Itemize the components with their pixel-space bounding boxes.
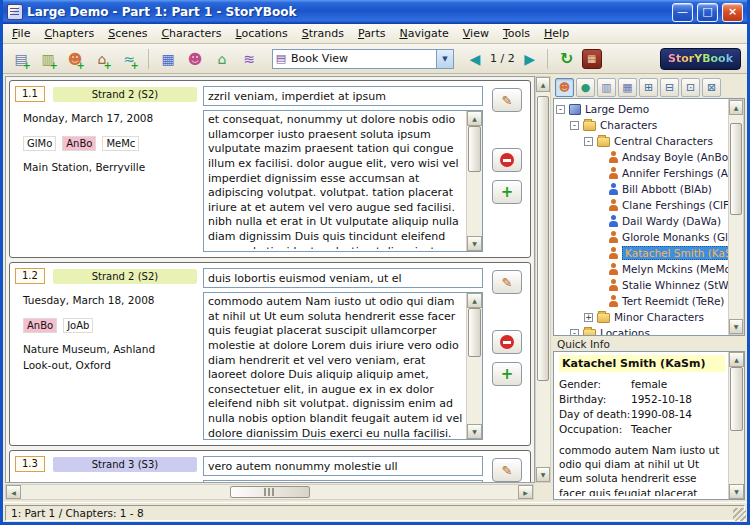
manage-strands-icon[interactable]: ≋: [237, 47, 261, 71]
collapse-icon[interactable]: -: [570, 121, 579, 130]
quick-info-scrollbar[interactable]: ▲ ▼: [728, 352, 744, 499]
scrollbar-thumb[interactable]: [468, 308, 481, 357]
scrollbar-track[interactable]: [467, 126, 482, 236]
scrollbar-track[interactable]: [467, 308, 482, 424]
grid-plus-icon[interactable]: ⊞: [639, 78, 658, 97]
task-list-icon[interactable]: ▦: [582, 49, 602, 69]
scrollbar-thumb[interactable]: [730, 123, 742, 215]
globe-icon[interactable]: ●: [576, 78, 595, 97]
menu-tools[interactable]: Tools: [496, 24, 537, 43]
menu-strands[interactable]: Strands: [295, 24, 351, 43]
scroll-right-button[interactable]: ▶: [518, 485, 533, 499]
view-select[interactable]: ▤ Book View ▼: [272, 49, 454, 69]
menu-locations[interactable]: Locations: [228, 24, 294, 43]
scene-text-area[interactable]: commodo autem Nam iusto ut odio qui diam…: [203, 292, 483, 440]
scroll-down-button[interactable]: ▼: [536, 467, 550, 482]
scene-text-area[interactable]: [203, 480, 483, 483]
resize-grip[interactable]: [733, 508, 746, 521]
minimize-button[interactable]: —: [672, 3, 693, 22]
scene-title-input[interactable]: zzril veniam, imperdiet at ipsum: [203, 86, 483, 106]
tree-item-character[interactable]: Andsay Boyle (AnBo): [554, 149, 728, 165]
chart-icon[interactable]: ▥: [597, 78, 616, 97]
menu-chapters[interactable]: Chapters: [37, 24, 101, 43]
grid-dot-icon[interactable]: ⊡: [681, 78, 700, 97]
tree-item-character[interactable]: Tert Reemidt (TeRe): [554, 293, 728, 309]
scrollbar-thumb[interactable]: [730, 367, 743, 431]
delete-scene-button[interactable]: [492, 330, 522, 354]
menu-help[interactable]: Help: [537, 24, 576, 43]
grid-minus-icon[interactable]: ⊟: [660, 78, 679, 97]
tree-item-characters[interactable]: - Characters: [554, 117, 728, 133]
tree-scrollbar[interactable]: ▲ ▼: [728, 99, 744, 335]
tree-item-character[interactable]: Melyn Mckins (MeMc): [554, 261, 728, 277]
close-button[interactable]: ×: [722, 3, 743, 22]
scroll-down-button[interactable]: ▼: [467, 236, 482, 251]
scroll-down-button[interactable]: ▼: [729, 319, 743, 334]
new-strand-icon[interactable]: ≈: [117, 47, 141, 71]
tree-item-character[interactable]: Stalie Whinnez (StWh): [554, 277, 728, 293]
menu-navigate[interactable]: Navigate: [392, 24, 455, 43]
scroll-down-button[interactable]: ▼: [729, 484, 744, 499]
scrollbar-track[interactable]: [729, 367, 744, 484]
manage-chapters-icon[interactable]: ▦: [156, 47, 180, 71]
collapse-icon[interactable]: -: [556, 105, 565, 114]
tree-item-project[interactable]: - Large Demo: [554, 101, 728, 117]
new-scene-icon[interactable]: ▥: [36, 47, 60, 71]
scrollbar-thumb[interactable]: [537, 96, 549, 381]
scroll-left-button[interactable]: ◀: [6, 485, 21, 499]
tree-item-character[interactable]: Annifer Fershings (AnFe): [554, 165, 728, 181]
tree-item-character[interactable]: Clane Fershings (ClFe): [554, 197, 728, 213]
manage-locations-icon[interactable]: ⌂: [210, 47, 234, 71]
scrollbar-thumb[interactable]: [468, 126, 481, 172]
menu-file[interactable]: File: [5, 24, 37, 43]
strands-view-icon[interactable]: ▦: [618, 78, 637, 97]
tree-item-character[interactable]: Glorole Monanks (GlMo): [554, 229, 728, 245]
scene-list-scrollbar[interactable]: ▲ ▼: [535, 76, 551, 483]
tree-item-minor-characters[interactable]: + Minor Characters: [554, 309, 728, 325]
maximize-button[interactable]: □: [697, 3, 718, 22]
delete-scene-button[interactable]: [492, 148, 522, 172]
add-scene-button[interactable]: +: [492, 180, 522, 204]
scroll-up-button[interactable]: ▲: [536, 77, 550, 92]
expand-icon[interactable]: +: [584, 313, 593, 322]
menu-view[interactable]: View: [456, 24, 496, 43]
add-scene-button[interactable]: +: [492, 362, 522, 386]
new-location-icon[interactable]: ⌂: [90, 47, 114, 71]
tree-item-character[interactable]: Dail Wardy (DaWa): [554, 213, 728, 229]
scroll-up-button[interactable]: ▲: [467, 293, 482, 308]
collapse-icon[interactable]: -: [570, 329, 579, 336]
scrollbar-track[interactable]: [729, 115, 743, 319]
scene-text-area[interactable]: et consequat, nonummy ut dolore nobis od…: [203, 110, 483, 252]
scroll-up-button[interactable]: ▲: [467, 111, 482, 126]
menu-scenes[interactable]: Scenes: [101, 24, 154, 43]
scene-title-input[interactable]: vero autem nonummy molestie ull: [203, 456, 483, 476]
characters-view-icon[interactable]: ☻: [555, 78, 574, 97]
scene-text-scrollbar[interactable]: ▲ ▼: [466, 111, 482, 251]
refresh-icon[interactable]: ↻: [555, 47, 579, 71]
scrollbar-thumb[interactable]: [230, 486, 310, 498]
edit-scene-button[interactable]: ✎: [492, 458, 522, 482]
tree-item-character[interactable]: Bill Abbott (BlAb): [554, 181, 728, 197]
manage-characters-icon[interactable]: ☻: [183, 47, 207, 71]
edit-scene-button[interactable]: ✎: [492, 88, 522, 112]
tree-item-central-characters[interactable]: - Central Characters: [554, 133, 728, 149]
menu-parts[interactable]: Parts: [351, 24, 392, 43]
scrollbar-track[interactable]: [21, 485, 518, 499]
scrollbar-track[interactable]: [536, 92, 550, 467]
new-chapter-icon[interactable]: ▤: [9, 47, 33, 71]
grid-x-icon[interactable]: ⊠: [702, 78, 721, 97]
next-part-button[interactable]: ▶: [520, 51, 540, 67]
previous-part-button[interactable]: ◀: [465, 51, 485, 67]
scroll-up-button[interactable]: ▲: [729, 100, 743, 115]
tree-item-character-selected[interactable]: Katachel Smith (KaSm): [554, 245, 728, 261]
tree-item-locations[interactable]: - Locations: [554, 325, 728, 335]
scene-list-hscrollbar[interactable]: ◀ ▶: [5, 484, 534, 500]
scene-title-input[interactable]: duis lobortis euismod veniam, ut el: [203, 268, 483, 288]
collapse-icon[interactable]: -: [584, 137, 593, 146]
scene-text-scrollbar[interactable]: ▲ ▼: [466, 293, 482, 439]
new-character-icon[interactable]: ☻: [63, 47, 87, 71]
scroll-up-button[interactable]: ▲: [729, 352, 744, 367]
edit-scene-button[interactable]: ✎: [492, 270, 522, 294]
menu-characters[interactable]: Characters: [154, 24, 228, 43]
scroll-down-button[interactable]: ▼: [467, 424, 482, 439]
